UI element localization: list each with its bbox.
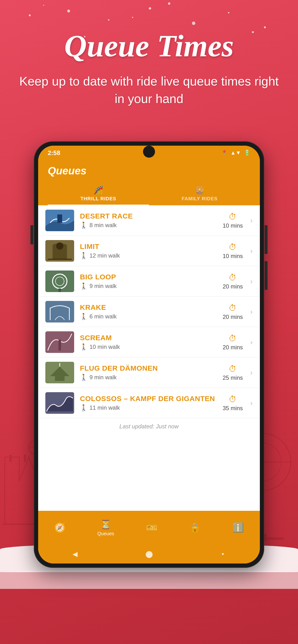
phone-volume-button — [265, 261, 267, 290]
ride-walk-time: 🚶 10 min walk — [80, 343, 222, 351]
ride-queue-time: ⏱ 20 mins — [222, 334, 244, 351]
page-header: Queue Times Keep up to date with ride li… — [0, 0, 298, 108]
ride-info: DESERT RACE 🚶 8 min walk — [80, 212, 222, 229]
timer-icon: ⏱ — [229, 212, 237, 222]
ride-mins-label: 25 mins — [223, 374, 243, 381]
ride-name: SCREAM — [80, 334, 222, 342]
walk-icon: 🚶 — [80, 313, 88, 320]
ride-walk-time: 🚶 11 min walk — [80, 404, 222, 412]
walk-icon: 🚶 — [80, 252, 88, 260]
tickets-icon: 🔒 — [189, 522, 201, 533]
ride-name: LIMIT — [80, 242, 222, 250]
thrill-rides-icon: 🎢 — [48, 186, 149, 194]
ride-thumbnail — [45, 210, 74, 231]
timer-icon: ⏱ — [229, 364, 237, 374]
ride-walk-time: 🚶 12 min walk — [80, 252, 222, 260]
timer-icon: ⏱ — [229, 394, 237, 404]
queues-nav-label: Queues — [97, 531, 114, 536]
ride-name: BIG LOOP — [80, 273, 222, 281]
chevron-right-icon: › — [250, 399, 253, 407]
ride-list-item[interactable]: COLOSSOS – KAMPF DER GIGANTEN 🚶 11 min w… — [38, 388, 260, 418]
family-rides-icon: 🎡 — [149, 186, 250, 194]
timer-icon: ⏱ — [229, 303, 237, 313]
ride-walk-time: 🚶 9 min walk — [80, 282, 222, 290]
ride-name: DESERT RACE — [80, 212, 222, 220]
ride-list-item[interactable]: SCREAM 🚶 10 min walk ⏱ 20 mins › — [38, 327, 260, 358]
ride-list-item[interactable]: BIG LOOP 🚶 9 min walk ⏱ 20 mins › — [38, 266, 260, 296]
phone-mockup: 2:58 📍 ▲▼ 🔋 Queues 🎢 THRILL RIDES 🎡 — [34, 141, 264, 568]
ride-info: BIG LOOP 🚶 9 min walk — [80, 273, 222, 290]
timer-icon: ⏱ — [229, 242, 237, 252]
ride-list: DESERT RACE 🚶 8 min walk ⏱ 10 mins › LIM… — [38, 205, 260, 418]
tab-thrill-rides[interactable]: 🎢 THRILL RIDES — [48, 182, 149, 205]
map-icon: 🎫 — [146, 522, 158, 533]
location-icon: 📍 — [221, 150, 227, 156]
ride-thumbnail — [45, 331, 74, 353]
svg-rect-0 — [10, 455, 12, 462]
svg-rect-18 — [59, 288, 61, 292]
svg-point-14 — [56, 242, 63, 250]
nav-item-tickets[interactable]: 🔒 — [189, 522, 201, 533]
camera-notch — [143, 146, 155, 158]
explore-icon: 🧭 — [54, 522, 66, 533]
last-updated: Last updated: Just now — [38, 418, 260, 434]
chevron-right-icon: › — [250, 247, 253, 255]
ride-mins-label: 20 mins — [223, 344, 243, 351]
chevron-right-icon: › — [250, 277, 253, 285]
ride-info: SCREAM 🚶 10 min walk — [80, 334, 222, 351]
ride-mins-label: 35 mins — [223, 405, 243, 412]
signal-icon: ▲▼ — [230, 150, 241, 156]
phone-left-button — [31, 225, 33, 244]
ride-list-item[interactable]: FLUG DER DÄMONEN 🚶 9 min walk ⏱ 25 mins … — [38, 358, 260, 388]
info-icon: ℹ️ — [232, 522, 244, 533]
app-header-title: Queues — [48, 165, 250, 177]
ride-queue-time: ⏱ 35 mins — [222, 394, 244, 412]
last-updated-prefix: Last updated: — [119, 423, 156, 430]
ride-mins-label: 10 mins — [223, 222, 243, 229]
ride-info: LIMIT 🚶 12 min walk — [80, 242, 222, 260]
ride-queue-time: ⏱ 20 mins — [222, 303, 244, 320]
ride-category-tabs: 🎢 THRILL RIDES 🎡 FAMILY RIDES — [48, 182, 250, 205]
page-subtitle: Keep up to date with ride live queue tim… — [0, 72, 298, 108]
nav-item-info[interactable]: ℹ️ — [232, 522, 244, 533]
phone-power-button — [265, 225, 267, 254]
nav-item-explore[interactable]: 🧭 — [54, 522, 66, 533]
ride-info: KRAKE 🚶 6 min walk — [80, 303, 222, 320]
svg-rect-1 — [24, 455, 26, 462]
walk-icon: 🚶 — [80, 343, 88, 351]
android-back-button[interactable]: ◀ — [69, 548, 81, 560]
android-home-button[interactable]: ⬤ — [143, 548, 155, 560]
ride-thumbnail — [45, 362, 74, 383]
phone-screen: 2:58 📍 ▲▼ 🔋 Queues 🎢 THRILL RIDES 🎡 — [38, 146, 260, 564]
ride-list-item[interactable]: DESERT RACE 🚶 8 min walk ⏱ 10 mins › — [38, 205, 260, 236]
ride-thumbnail — [45, 270, 74, 292]
ride-list-item[interactable]: LIMIT 🚶 12 min walk ⏱ 10 mins › — [38, 236, 260, 266]
walk-icon: 🚶 — [80, 374, 88, 381]
status-icons: 📍 ▲▼ 🔋 — [221, 150, 250, 156]
nav-item-map[interactable]: 🎫 — [146, 522, 158, 533]
ride-queue-time: ⏱ 25 mins — [222, 364, 244, 381]
ride-name: COLOSSOS – KAMPF DER GIGANTEN — [80, 394, 222, 403]
svg-rect-21 — [59, 340, 61, 350]
thrill-rides-label: THRILL RIDES — [80, 196, 116, 201]
ride-walk-time: 🚶 6 min walk — [80, 313, 222, 320]
nav-item-queues[interactable]: ⏳ Queues — [97, 519, 114, 536]
ride-queue-time: ⏱ 10 mins — [222, 212, 244, 229]
svg-rect-19 — [45, 301, 74, 322]
ride-name: KRAKE — [80, 303, 222, 312]
svg-rect-12 — [57, 214, 62, 223]
android-recents-button[interactable]: ▪ — [217, 548, 229, 560]
ride-info: COLOSSOS – KAMPF DER GIGANTEN 🚶 11 min w… — [80, 394, 222, 412]
ride-name: FLUG DER DÄMONEN — [80, 364, 222, 372]
ride-thumbnail — [45, 240, 74, 262]
walk-icon: 🚶 — [80, 404, 88, 412]
phone-outer-frame: 2:58 📍 ▲▼ 🔋 Queues 🎢 THRILL RIDES 🎡 — [34, 141, 264, 568]
ride-mins-label: 20 mins — [223, 314, 243, 320]
last-updated-value: Just now — [156, 423, 179, 430]
timer-icon: ⏱ — [229, 334, 237, 343]
ride-queue-time: ⏱ 20 mins — [222, 273, 244, 290]
status-time: 2:58 — [48, 149, 60, 157]
ride-list-item[interactable]: KRAKE 🚶 6 min walk ⏱ 20 mins › — [38, 296, 260, 327]
timer-icon: ⏱ — [229, 273, 237, 282]
tab-family-rides[interactable]: 🎡 FAMILY RIDES — [149, 182, 250, 205]
